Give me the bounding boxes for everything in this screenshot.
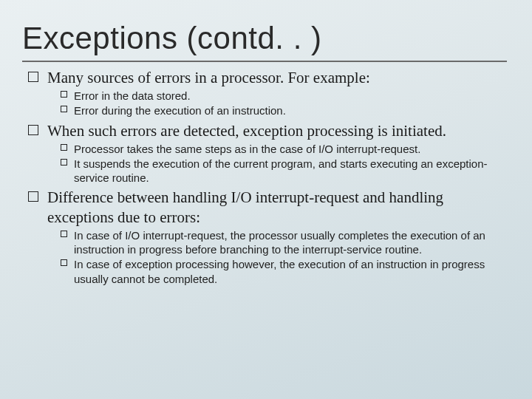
bullet-text: Difference between handling I/O interrup… — [47, 188, 443, 225]
sub-bullet-item: Error in the data stored. — [61, 89, 507, 103]
bullet-item: When such errors are detected, exception… — [28, 121, 507, 185]
bullet-item: Difference between handling I/O interrup… — [28, 188, 507, 285]
title-underline: Exceptions (contd. . ) — [22, 21, 507, 62]
sub-bullet-item: Processor takes the same steps as in the… — [61, 142, 507, 156]
sub-bullet-item: In case of I/O interrupt-request, the pr… — [61, 228, 507, 256]
sub-bullet-item: Error during the execution of an instruc… — [61, 103, 507, 117]
sub-bullet-list: In case of I/O interrupt-request, the pr… — [61, 228, 507, 286]
slide: Exceptions (contd. . ) Many sources of e… — [0, 0, 532, 307]
sub-bullet-item: It suspends the execution of the current… — [61, 157, 507, 185]
bullet-item: Many sources of errors in a processor. F… — [28, 68, 507, 118]
slide-title: Exceptions (contd. . ) — [22, 21, 507, 56]
bullet-list: Many sources of errors in a processor. F… — [28, 68, 507, 286]
bullet-text: When such errors are detected, exception… — [47, 122, 446, 140]
sub-bullet-item: In case of exception processing however,… — [61, 257, 507, 285]
sub-bullet-list: Error in the data stored. Error during t… — [61, 89, 507, 117]
bullet-text: Many sources of errors in a processor. F… — [47, 69, 370, 86]
sub-bullet-list: Processor takes the same steps as in the… — [61, 142, 507, 185]
